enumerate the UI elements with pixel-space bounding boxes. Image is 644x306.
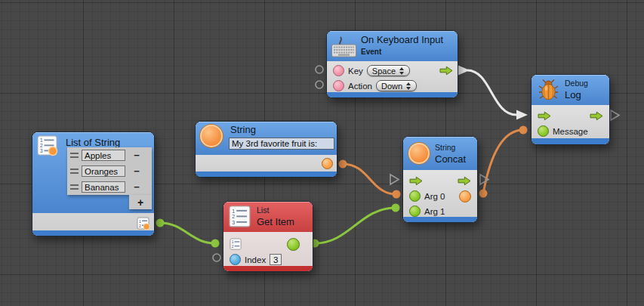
icon-digit: 1 (40, 138, 43, 143)
arg0-label: Arg 0 (424, 192, 445, 201)
action-label: Action (348, 82, 372, 91)
node-footer (403, 217, 477, 222)
wire-getitem-to-arg1 (311, 204, 400, 248)
action-dropdown[interactable]: Down (376, 80, 417, 91)
node-footer (327, 92, 458, 97)
icon-digit: 2 (40, 143, 43, 148)
node-footer (223, 266, 313, 271)
remove-item-button[interactable]: − (128, 164, 145, 178)
add-item-button[interactable]: + (129, 195, 152, 209)
drag-handle-icon[interactable] (70, 168, 79, 174)
index-label: Index (245, 255, 266, 264)
list-type-icon: 1 2 3 (229, 206, 251, 228)
flow-in-arrow-icon[interactable] (538, 111, 551, 121)
list-item-input[interactable] (82, 150, 125, 161)
list-input-port[interactable]: 1 2 (230, 238, 242, 251)
remove-item-button[interactable]: − (128, 148, 145, 162)
node-header: Debug Log (532, 75, 609, 105)
list-item-row: − (67, 163, 152, 179)
node-footer (32, 230, 154, 236)
icon-digit: 3 (232, 220, 235, 225)
string-output-port[interactable] (322, 158, 333, 169)
node-title: Log (565, 90, 588, 100)
index-port[interactable] (230, 254, 241, 265)
node-title: List of String (66, 138, 120, 148)
node-string-concat[interactable]: String Concat Arg 0 Arg 1 (402, 136, 478, 223)
node-header: 1 2 3 List Get Item (223, 202, 313, 232)
drag-handle-icon[interactable] (70, 184, 79, 190)
icon-digit: 2 (232, 214, 235, 219)
icon-digit: 2 (139, 224, 141, 228)
string-type-icon (408, 143, 430, 164)
key-port[interactable] (333, 65, 344, 76)
dropdown-caret-icon (399, 67, 405, 75)
node-footer (196, 172, 337, 177)
node-category: Debug (565, 79, 588, 88)
node-debug-log[interactable]: Debug Log Message (531, 74, 610, 145)
node-footer (532, 138, 609, 144)
list-item-input[interactable] (82, 165, 125, 177)
node-title: On Keyboard Input (361, 35, 443, 45)
wire-flow-keyboard-to-log (458, 66, 528, 120)
drag-handle-icon[interactable] (70, 153, 79, 158)
list-item-input[interactable] (82, 181, 125, 193)
arg1-label: Arg 1 (424, 207, 445, 216)
list-item-row: − (67, 147, 152, 163)
list-output-port[interactable]: 1 2 (137, 217, 150, 230)
node-title: Concat (435, 154, 466, 165)
icon-digit: 3 (40, 148, 43, 153)
node-on-keyboard-input[interactable]: On Keyboard Input Event Key Space Action… (326, 30, 458, 98)
key-dropdown[interactable]: Space (367, 65, 410, 76)
icon-digit: 2 (232, 245, 234, 249)
dropdown-caret-icon (406, 82, 411, 90)
index-input[interactable] (270, 254, 282, 265)
node-subtitle: Event (361, 48, 443, 57)
result-output-port[interactable] (459, 190, 471, 202)
message-label: Message (553, 127, 588, 136)
wire-list-to-getitem (156, 219, 220, 248)
bug-icon (538, 79, 559, 101)
wire-string-to-arg0 (339, 160, 401, 199)
flow-in-arrow-icon[interactable] (409, 176, 423, 186)
arg1-port[interactable] (409, 206, 421, 217)
node-category: List (257, 206, 294, 215)
list-item-row: − (67, 179, 152, 195)
action-port[interactable] (333, 80, 344, 91)
flow-out-arrow-icon[interactable] (439, 66, 453, 76)
node-list-get-item[interactable]: 1 2 3 List Get Item 1 2 (223, 201, 313, 272)
string-value-input[interactable] (229, 138, 334, 150)
key-dropdown-value: Space (372, 66, 396, 76)
node-category: String (435, 143, 466, 152)
arg0-port[interactable] (409, 190, 421, 202)
action-dropdown-value: Down (381, 82, 402, 91)
node-list-of-string[interactable]: 1 2 3 List of String − − − (32, 131, 155, 236)
node-header: On Keyboard Input Event (327, 31, 458, 61)
message-port[interactable] (538, 125, 549, 137)
list-items-panel: − − − (67, 147, 152, 195)
wire-concat-to-message (479, 126, 528, 198)
string-type-icon (200, 125, 223, 147)
node-title: String (230, 125, 256, 135)
node-string-literal[interactable]: String (195, 121, 337, 178)
result-output-port[interactable] (287, 238, 300, 251)
graph-canvas[interactable]: On Keyboard Input Event Key Space Action… (0, 0, 644, 306)
list-type-icon: 1 2 3 (37, 135, 58, 156)
icon-digit: 1 (232, 240, 234, 244)
icon-digit: 1 (232, 209, 235, 214)
node-title: Get Item (257, 217, 294, 227)
flow-out-arrow-icon[interactable] (590, 111, 603, 121)
keyboard-icon (331, 35, 358, 58)
key-label: Key (348, 66, 363, 76)
remove-item-button[interactable]: − (128, 180, 145, 194)
flow-out-arrow-icon[interactable] (458, 176, 471, 186)
